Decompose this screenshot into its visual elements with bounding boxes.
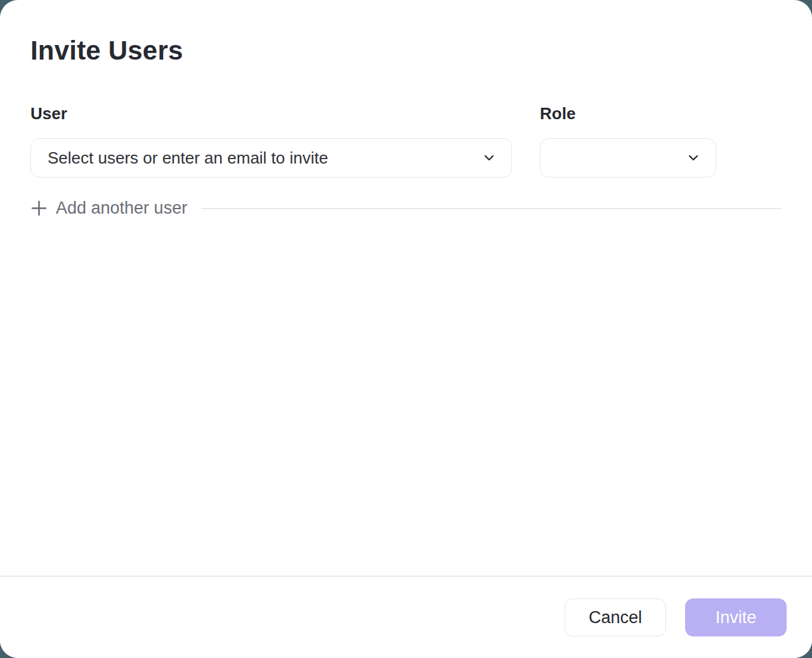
user-field: User Select users or enter an email to i… [30,104,512,177]
user-select-placeholder: Select users or enter an email to invite [48,148,328,168]
invite-users-dialog: Invite Users User Select users or enter … [0,0,812,658]
invite-form-row: User Select users or enter an email to i… [30,104,782,177]
add-user-row: Add another user [30,198,782,218]
cancel-button[interactable]: Cancel [565,598,666,636]
user-field-label: User [30,104,512,124]
role-select[interactable] [540,138,716,177]
add-another-user-label: Add another user [56,198,187,218]
invite-button[interactable]: Invite [685,598,787,636]
role-field-label: Role [540,104,716,124]
divider [201,208,782,209]
chevron-down-icon [482,151,496,165]
dialog-footer: Cancel Invite [0,576,812,658]
add-another-user-button[interactable]: Add another user [30,198,187,218]
chevron-down-icon [686,151,700,165]
user-select[interactable]: Select users or enter an email to invite [30,138,512,177]
plus-icon [30,200,48,217]
role-field: Role [540,104,716,177]
dialog-title: Invite Users [30,35,782,66]
